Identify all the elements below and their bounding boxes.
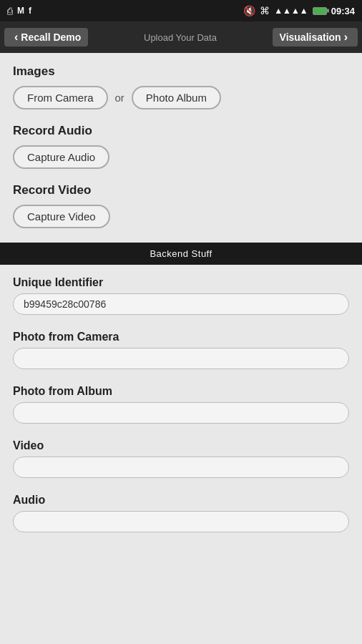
video-input[interactable]	[13, 457, 349, 478]
photo-album-button[interactable]: Photo Album	[132, 86, 221, 109]
nav-bar: ‹ Recall Demo Upload Your Data Visualisa…	[0, 21, 362, 53]
nav-back-label: Recall Demo	[21, 31, 81, 43]
backend-section: Unique Identifier Photo from Camera Phot…	[13, 276, 349, 532]
back-arrow-icon: ‹	[14, 31, 18, 44]
capture-video-button[interactable]: Capture Video	[13, 205, 110, 228]
nav-forward-button[interactable]: Visualisation ›	[273, 28, 358, 47]
images-label: Images	[13, 64, 349, 79]
photo-from-album-input[interactable]	[13, 402, 349, 424]
clock: 09:34	[331, 6, 355, 16]
nav-back-button[interactable]: ‹ Recall Demo	[4, 28, 88, 47]
wifi-icon: ⌘	[260, 5, 270, 16]
unique-identifier-input[interactable]	[13, 293, 349, 315]
photo-from-album-group: Photo from Album	[13, 385, 349, 424]
facebook-icon: f	[29, 6, 31, 16]
battery-icon	[313, 7, 327, 15]
status-bar: ⎙ M f 🔇 ⌘ ▲▲▲▲ 09:34	[0, 0, 362, 21]
usb-icon: ⎙	[7, 6, 13, 16]
record-audio-label: Record Audio	[13, 124, 349, 138]
photo-from-camera-label: Photo from Camera	[13, 331, 349, 343]
record-audio-section: Record Audio Capture Audio	[13, 124, 349, 169]
nav-forward-label: Visualisation	[280, 31, 341, 43]
status-right-icons: 🔇 ⌘ ▲▲▲▲ 09:34	[243, 5, 355, 16]
from-camera-button[interactable]: From Camera	[13, 86, 108, 109]
or-label: or	[115, 92, 124, 104]
capture-audio-button[interactable]: Capture Audio	[13, 145, 109, 169]
main-content: Images From Camera or Photo Album Record…	[0, 53, 362, 560]
record-video-section: Record Video Capture Video	[13, 183, 349, 228]
mute-icon: 🔇	[243, 5, 255, 16]
backend-bar: Backend Stuff	[0, 243, 362, 265]
photo-from-camera-input[interactable]	[13, 348, 349, 369]
signal-icon: ▲▲▲▲	[274, 6, 308, 16]
audio-input[interactable]	[13, 511, 349, 532]
record-video-label: Record Video	[13, 183, 349, 197]
forward-arrow-icon: ›	[344, 31, 348, 44]
gmail-icon: M	[17, 6, 24, 16]
video-group: Video	[13, 439, 349, 478]
nav-center-title: Upload Your Data	[144, 32, 217, 43]
images-section: Images From Camera or Photo Album	[13, 64, 349, 109]
unique-identifier-group: Unique Identifier	[13, 276, 349, 315]
audio-label: Audio	[13, 494, 349, 507]
images-button-row: From Camera or Photo Album	[13, 86, 349, 109]
audio-group: Audio	[13, 494, 349, 532]
status-left-icons: ⎙ M f	[7, 6, 31, 16]
unique-identifier-label: Unique Identifier	[13, 276, 349, 289]
photo-from-album-label: Photo from Album	[13, 385, 349, 398]
photo-from-camera-group: Photo from Camera	[13, 331, 349, 369]
capture-video-row: Capture Video	[13, 205, 349, 228]
capture-audio-row: Capture Audio	[13, 145, 349, 169]
video-label: Video	[13, 439, 349, 452]
